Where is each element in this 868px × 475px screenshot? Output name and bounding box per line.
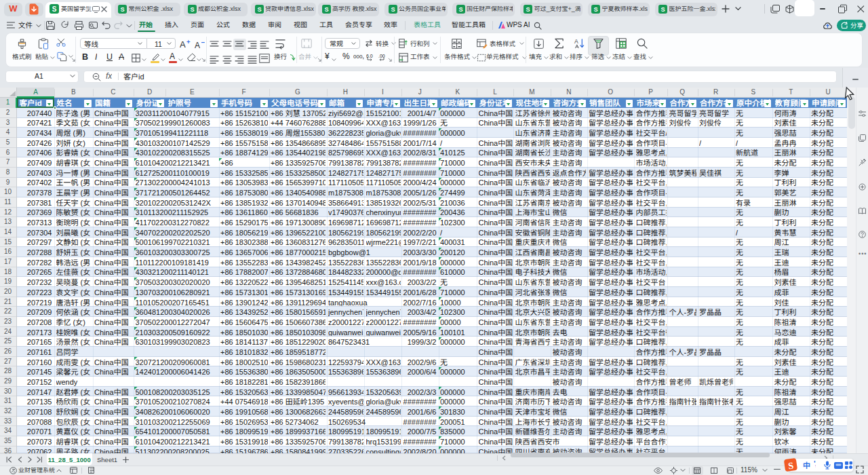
svg-text:S: S — [324, 6, 328, 13]
svg-text:S: S — [52, 5, 57, 13]
svg-text:S: S — [257, 6, 261, 13]
svg-text:S: S — [593, 6, 597, 13]
svg-text:S: S — [120, 6, 124, 13]
svg-text:A: A — [574, 38, 578, 45]
svg-text:S: S — [458, 6, 462, 13]
svg-text:S: S — [190, 6, 194, 13]
svg-text:S: S — [660, 6, 665, 13]
svg-text:S: S — [391, 6, 395, 13]
svg-text:S: S — [526, 6, 530, 13]
